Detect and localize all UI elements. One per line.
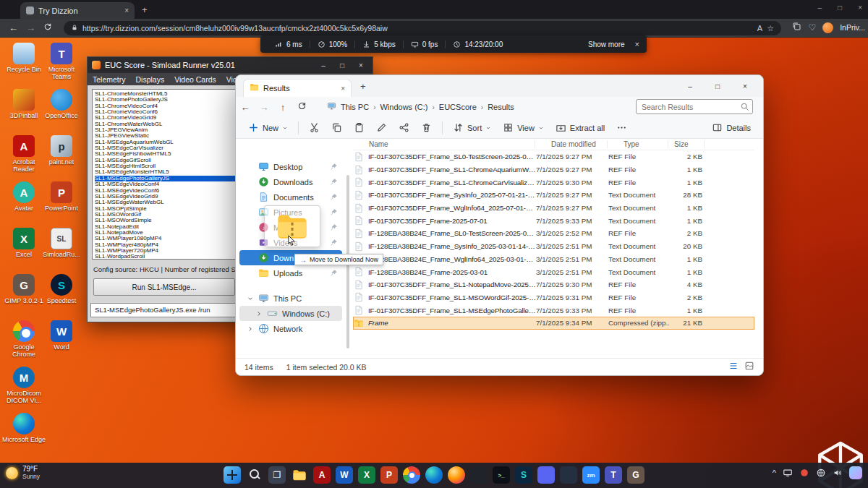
breadcrumb-eucscore[interactable]: EUCScore [439, 103, 477, 111]
desktop-icon-paint-net[interactable]: ppaint.net [39, 133, 84, 178]
desktop-icon-microdicom-dicom-vi[interactable]: MMicroDicom DICOM Vi... [1, 364, 46, 409]
new-button[interactable]: New [243, 120, 293, 135]
new-tab-button[interactable]: + [360, 81, 366, 92]
sidebar-item-windows-c[interactable]: Windows (C:) [239, 306, 342, 321]
column-name[interactable]: Name [353, 140, 535, 148]
refresh-button[interactable] [292, 101, 311, 113]
chevron-right-icon[interactable] [255, 310, 263, 317]
sidebar-item-network[interactable]: Network [239, 321, 342, 336]
weather-widget[interactable]: 79°F Sunny [6, 466, 40, 480]
search-box[interactable] [636, 99, 753, 114]
rename-button[interactable] [371, 120, 392, 135]
file-row[interactable]: IF-01F307C35DFF_Frame_SL1-ChromeAquarium… [353, 163, 754, 176]
edge-button[interactable] [425, 466, 443, 484]
maximize-button[interactable]: □ [335, 61, 349, 69]
column-date-modified[interactable]: Date modified [535, 140, 608, 148]
browser-tab[interactable]: Try Dizzion × [20, 2, 135, 19]
file-row[interactable]: Frame7/1/2025 9:34 PMCompressed (zipp...… [353, 317, 754, 330]
sidebar-item-downloads[interactable]: Downloads [239, 174, 342, 189]
forward-button[interactable]: → [26, 22, 35, 33]
sidebar-item-uploads[interactable]: Uploads [239, 265, 342, 281]
new-tab-button[interactable]: + [142, 4, 148, 15]
browser-essentials-icon[interactable]: ♡ [808, 22, 816, 33]
search-input[interactable] [637, 100, 752, 114]
powerpoint-button[interactable]: P [380, 466, 398, 484]
tab-close-icon[interactable]: × [341, 85, 345, 93]
forward-button[interactable]: → [255, 102, 273, 113]
simload-titlebar[interactable]: EUC Score - Simload Runner v25.01 – □ × [88, 57, 373, 73]
more-options-button[interactable] [611, 120, 632, 135]
file-row[interactable]: IF-01F307C35DFF_Frame_SL1-ChromeCarVisua… [353, 176, 754, 189]
gimp-button[interactable]: G [627, 466, 644, 484]
file-row[interactable]: IF-128EBA38B24E_Frame-2025-03-013/1/2025… [353, 265, 754, 278]
tray-network-icon[interactable] [816, 468, 826, 478]
word-button[interactable]: W [336, 466, 353, 484]
terminal-button[interactable]: >_ [493, 466, 510, 484]
desktop-icon-microsoft-teams[interactable]: TMicrosoft Teams [39, 40, 84, 85]
delete-button[interactable] [416, 120, 437, 135]
file-row[interactable]: IF-128EBA38B24E_Frame_SysInfo_2025-03-01… [353, 240, 754, 253]
file-row[interactable]: IF-01F307C35DFF_Frame_SysInfo_2025-07-01… [353, 189, 754, 202]
view-button[interactable]: View [498, 120, 549, 135]
collections-icon[interactable] [792, 22, 801, 33]
details-button[interactable]: Details [707, 120, 756, 135]
read-aloud-icon[interactable]: A [757, 24, 762, 33]
close-button[interactable]: × [858, 4, 862, 12]
speedtest-button[interactable]: S [515, 466, 532, 484]
desktop-icon-openoffice[interactable]: OpenOffice [39, 87, 84, 132]
tray-display-icon[interactable] [783, 468, 793, 478]
obs-button[interactable] [560, 466, 577, 484]
desktop-icon-speedtest[interactable]: SSpeedtest [39, 272, 84, 317]
chevron-down-icon[interactable] [247, 295, 254, 302]
close-button[interactable]: × [731, 75, 759, 97]
refresh-button[interactable] [43, 22, 52, 33]
tray-volume-icon[interactable] [833, 468, 843, 478]
run-simload-button[interactable]: Run SL1-MSEdge... [93, 278, 235, 296]
start-button[interactable] [224, 466, 241, 484]
menu-telemetry[interactable]: Telemetry [88, 75, 131, 84]
tray-chevron-icon[interactable]: ^ [773, 468, 776, 477]
firefox-button[interactable] [448, 466, 465, 484]
file-row[interactable]: IF-01F307C35DFF_Frame-2025-07-017/1/2025… [353, 214, 754, 227]
zoom-button[interactable]: zm [582, 466, 600, 484]
task-view-button[interactable]: ❐ [268, 466, 286, 484]
desktop-icon-word[interactable]: WWord [39, 318, 84, 363]
maximize-button[interactable]: □ [838, 4, 842, 12]
extract-all-button[interactable]: Extract all [550, 120, 610, 135]
minimize-button[interactable]: – [316, 61, 331, 69]
chrome-button[interactable] [403, 466, 420, 484]
details-view-toggle[interactable] [728, 361, 739, 374]
cut-button[interactable] [304, 120, 325, 135]
search-button[interactable] [246, 466, 263, 484]
share-button[interactable] [393, 120, 414, 135]
desktop-icon-powerpoint[interactable]: PPowerPoint [39, 179, 84, 224]
sidebar-item-documents[interactable]: Documents [239, 189, 342, 205]
chevron-right-icon[interactable] [247, 325, 254, 333]
file-row[interactable]: IF-128EBA38B24E_Frame_SL0-TestScreen-202… [353, 227, 754, 240]
column-type[interactable]: Type [608, 140, 668, 148]
github-button[interactable] [470, 466, 488, 484]
excel-button[interactable]: X [358, 466, 375, 484]
copy-button[interactable] [326, 120, 347, 135]
sort-button[interactable]: Sort [448, 120, 496, 135]
paste-button[interactable] [349, 120, 370, 135]
file-row[interactable]: IF-01F307C35DFF_Frame_WglInfo64_2025-07-… [353, 202, 754, 215]
desktop-icon-simloadru[interactable]: SLSimloadRu... [39, 226, 84, 270]
file-row[interactable]: IF-01F307C35DFF_Frame_SL1-NotepadMove-20… [353, 278, 754, 291]
column-size[interactable]: Size [668, 140, 705, 148]
stats-close-icon[interactable]: × [635, 40, 639, 48]
minimize-button[interactable]: – [676, 75, 704, 97]
back-button[interactable]: ← [236, 102, 255, 113]
explorer-tab-results[interactable]: Results × [243, 79, 352, 97]
sidebar-item-desktop[interactable]: Desktop [239, 159, 342, 174]
acrobat-button[interactable]: A [313, 466, 331, 484]
desktop-icon-microsoft-edge[interactable]: Microsoft Edge [1, 411, 46, 455]
discord-button[interactable] [537, 466, 555, 484]
breadcrumb-this-pc[interactable]: This PC [341, 103, 369, 111]
file-row[interactable]: IF-01F307C35DFF_Frame_SL1-MSEdgePhotoGal… [353, 304, 754, 317]
breadcrumb-results[interactable]: Results [488, 103, 514, 111]
close-button[interactable]: × [354, 61, 368, 69]
sidebar-item-this-pc[interactable]: This PC [239, 291, 342, 306]
show-more-button[interactable]: Show more [588, 40, 635, 48]
minimize-button[interactable]: – [818, 4, 822, 12]
